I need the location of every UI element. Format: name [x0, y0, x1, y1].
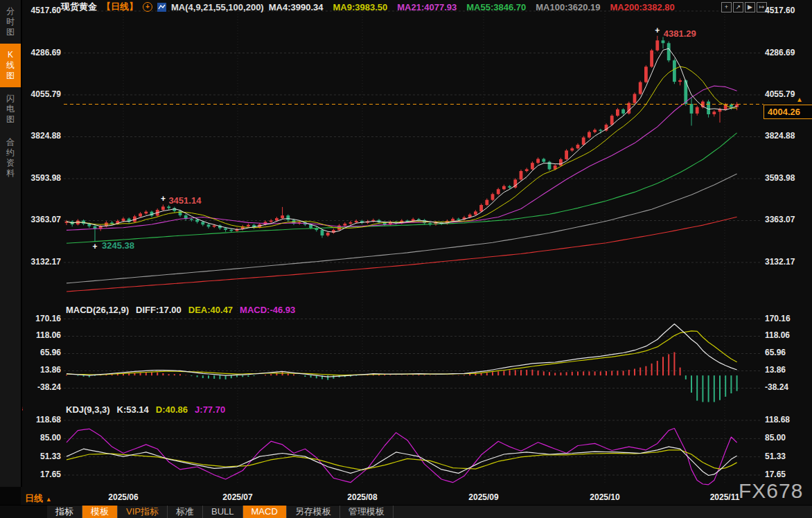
svg-text:3451.14: 3451.14 [168, 195, 202, 206]
macd-osc-value: MACD:-46.93 [240, 305, 295, 315]
price-axis-label-r-3: 3824.88 [765, 131, 808, 141]
kdj-title: KDJ(9,3,3) [66, 404, 110, 415]
bottom-tab-指标[interactable]: 指标 [47, 506, 82, 518]
price-axis-label-l-2: 4055.79 [24, 89, 61, 99]
ma-legend-value-3: MA55:3846.70 [466, 2, 526, 12]
kdj-axis-label-l-2: 51.33 [24, 452, 61, 461]
kdj-axis-label-r-1: 85.00 [765, 433, 808, 443]
bottom-tab-管理模板[interactable]: 管理模板 [340, 506, 394, 518]
kdj-axis-label-l-3: 17.65 [24, 470, 61, 479]
ma-legend-value-4: MA100:3620.19 [536, 2, 600, 12]
kdj-axis-label-r-0: 118.68 [765, 415, 808, 425]
sidebar-item-1[interactable]: K 线 图 [0, 44, 21, 87]
price-axis-label-r-0: 4517.60 [765, 6, 808, 15]
price-chart-canvas[interactable]: +++4381.293451.143245.38 [0, 0, 812, 518]
chart-type-icon[interactable] [157, 3, 166, 12]
svg-text:+: + [92, 242, 97, 251]
macd-axis-label-l-4: -38.24 [24, 382, 61, 392]
price-axis-label-r-4: 3593.98 [765, 173, 808, 183]
watermark: FX678 [739, 479, 803, 503]
period-selector[interactable]: 日线 ▲ [25, 492, 52, 505]
time-axis-label-1: 2025/07 [215, 492, 260, 502]
ma-legend-value-5: MA200:3382.80 [610, 2, 675, 12]
bottom-tab-标准[interactable]: 标准 [168, 506, 203, 518]
kdj-k-value: K:53.14 [117, 404, 149, 415]
bottom-tab-VIP指标[interactable]: VIP指标 [118, 506, 168, 518]
price-axis-label-r-5: 3363.07 [765, 215, 808, 224]
kdj-axis-label-l-0: 118.68 [24, 415, 61, 425]
bottom-tab-BULL[interactable]: BULL [203, 506, 243, 518]
kdj-axis-label-r-3: 17.65 [765, 470, 808, 479]
period-badge: 【日线】 [102, 1, 138, 13]
price-axis-label-r-6: 3132.17 [765, 257, 808, 267]
ma-settings-label: MA(4,9,21,55,100,200) [171, 2, 264, 12]
sidebar-item-3[interactable]: 合 约 资 料 [0, 131, 21, 185]
tab-bar-spacer [0, 506, 47, 518]
symbol-name: 现货黄金 [61, 1, 97, 13]
macd-diff-value: DIFF:17.00 [136, 305, 182, 315]
chart-toolbar: +↗▶↦ [721, 2, 767, 12]
ma-values: MA4:3990.34MA9:3983.50MA21:4077.93MA55:3… [269, 2, 675, 12]
kdj-j-value: J:77.70 [195, 404, 225, 415]
bottom-tab-另存模板[interactable]: 另存模板 [287, 506, 340, 518]
price-axis-label-l-0: 4517.60 [24, 6, 61, 15]
kdj-pane-header: KDJ(9,3,3) K:53.14 D:40.86 J:77.70 [66, 404, 225, 415]
macd-axis-label-r-1: 118.06 [765, 330, 808, 340]
macd-axis-label-l-1: 118.06 [24, 330, 61, 340]
macd-axis-label-r-4: -38.24 [765, 382, 808, 392]
svg-text:+: + [655, 26, 660, 35]
ma-legend-value-0: MA4:3990.34 [269, 2, 324, 12]
bottom-tab-模板[interactable]: 模板 [82, 506, 118, 518]
kdj-d-value: D:40.86 [156, 404, 188, 415]
crosshair-move-icon[interactable]: + [721, 2, 732, 12]
macd-axis-label-r-0: 170.16 [765, 314, 808, 323]
price-axis-label-r-1: 4286.69 [765, 48, 808, 57]
bottom-tab-MACD[interactable]: MACD [243, 506, 287, 518]
macd-axis-label-l-2: 65.96 [24, 348, 61, 357]
price-axis-label-l-4: 3593.98 [24, 173, 61, 183]
svg-text:3245.38: 3245.38 [102, 240, 134, 251]
price-axis-label-l-6: 3132.17 [24, 257, 61, 267]
svg-text:4381.29: 4381.29 [664, 28, 696, 39]
chart-legend: 现货黄金 【日线】 + MA(4,9,21,55,100,200) MA4:39… [61, 1, 675, 12]
time-axis-label-3: 2025/09 [461, 492, 506, 502]
time-axis-label-0: 2025/06 [101, 492, 145, 502]
macd-title: MACD(26,12,9) [66, 305, 129, 315]
play-range-icon[interactable]: ▶ [745, 2, 755, 12]
last-price-tag: 4004.26 [764, 105, 812, 119]
kdj-axis-label-l-1: 85.00 [24, 433, 61, 443]
macd-dea-value: DEA:40.47 [188, 305, 233, 315]
macd-axis-label-l-3: 13.86 [24, 365, 61, 375]
svg-text:+: + [161, 194, 166, 204]
macd-axis-label-r-2: 65.96 [765, 348, 808, 357]
sidebar-item-2[interactable]: 闪 电 图 [0, 87, 21, 131]
time-axis-label-4: 2025/10 [583, 492, 627, 502]
ma-legend-value-1: MA9:3983.50 [333, 2, 387, 12]
price-axis-label-l-3: 3824.88 [24, 131, 61, 141]
macd-pane-header: MACD(26,12,9) DIFF:17.00 DEA:40.47 MACD:… [66, 305, 295, 315]
ma-legend-value-2: MA21:4077.93 [397, 2, 457, 12]
sidebar: 分 时 图K 线 图闪 电 图合 约 资 料 [0, 0, 22, 487]
price-axis-label-l-1: 4286.69 [24, 48, 61, 57]
macd-axis-label-l-0: 170.16 [24, 314, 61, 323]
bottom-tab-bar: 指标模板VIP指标标准BULLMACD另存模板管理模板 [0, 505, 812, 518]
kdj-axis-label-r-2: 51.33 [765, 452, 808, 461]
price-up-arrow-icon: ▲ [796, 96, 803, 103]
time-axis-label-2: 2025/08 [340, 492, 385, 502]
price-axis-label-l-5: 3363.07 [24, 215, 61, 224]
add-indicator-icon[interactable]: + [143, 2, 152, 12]
macd-axis-label-r-3: 13.86 [765, 365, 808, 375]
zoom-area-icon[interactable]: ↗ [733, 2, 743, 12]
sidebar-item-0[interactable]: 分 时 图 [0, 0, 21, 44]
